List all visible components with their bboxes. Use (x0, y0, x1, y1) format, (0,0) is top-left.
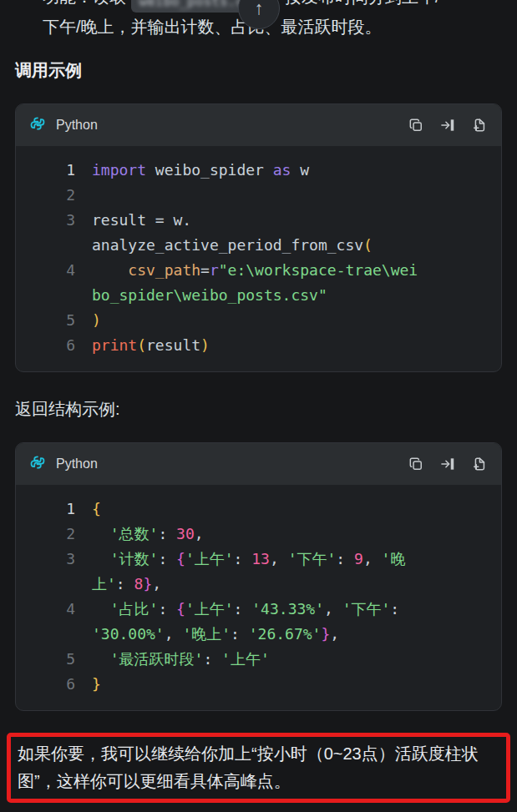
code-block-return-example: Python 1{2 '总数': 30,3 '计数': {'上午': 13, '… (15, 442, 502, 711)
line-number: 6 (16, 672, 75, 697)
line-number: 6 (16, 333, 75, 358)
line-number: 1 (16, 158, 75, 183)
code-line: 4 '占比': {'上午': '43.33%', '下午': '30.00%',… (16, 597, 501, 647)
code-language-label: Python (56, 118, 98, 133)
code-line: 2 '总数': 30, (16, 522, 501, 547)
new-file-icon[interactable] (471, 117, 488, 134)
python-logo-icon (29, 115, 46, 135)
intro-text-suffix: ，按发布时间分到上午/ (268, 0, 440, 6)
code-line: 2 (16, 183, 501, 208)
code-line-content (75, 183, 501, 208)
insert-code-icon[interactable] (439, 117, 456, 134)
code-line-content: '计数': {'上午': 13, '下午': 9, '晚 上': 8}, (75, 547, 501, 597)
section-title-return-example: 返回结构示例: (15, 397, 502, 421)
code-line-content: { (75, 497, 501, 522)
code-line: 1{ (16, 497, 501, 522)
code-line-content: import weibo_spider as w (75, 158, 501, 183)
code-block-header: Python (16, 104, 501, 146)
line-number: 4 (16, 258, 75, 308)
code-line: 1import weibo_spider as w (16, 158, 501, 183)
new-file-icon[interactable] (471, 456, 488, 472)
copy-icon[interactable] (408, 456, 424, 472)
code-line-content: } (75, 672, 501, 697)
code-line-content: '占比': {'上午': '43.33%', '下午': '30.00%', '… (75, 597, 501, 647)
code-line-content: print(result) (75, 333, 501, 358)
code-line: 4 csv_path=r"e:\workspace-trae\wei bo_sp… (16, 258, 501, 308)
line-number: 3 (16, 208, 75, 258)
code-language-label: Python (56, 456, 98, 472)
line-number: 2 (16, 183, 75, 208)
code-line: 3result = w. analyze_active_period_from_… (16, 208, 501, 258)
code-line: 5) (16, 308, 501, 333)
arrow-up-icon: ↑ (255, 0, 264, 19)
code-toolbar (408, 117, 488, 134)
section-title-call-example: 调用示例 (15, 58, 502, 82)
code-line-content: '总数': 30, (75, 522, 501, 547)
code-editor-content: 1import weibo_spider as w23result = w. a… (16, 146, 501, 371)
line-number: 4 (16, 597, 75, 647)
line-number: 1 (16, 497, 75, 522)
line-number: 2 (16, 522, 75, 547)
line-number: 3 (16, 547, 75, 597)
intro-text-prefix: 功能：读取 (43, 0, 131, 6)
code-block-call-example: Python 1import weibo_spider as w23result… (15, 103, 502, 372)
code-editor-content: 1{2 '总数': 30,3 '计数': {'上午': 13, '下午': 9,… (16, 485, 501, 710)
code-line-content: '最活跃时段': '上午' (75, 647, 501, 672)
code-line-content: result = w. analyze_active_period_from_c… (75, 208, 501, 258)
insert-code-icon[interactable] (439, 456, 456, 472)
line-number: 5 (16, 308, 75, 333)
copy-icon[interactable] (408, 117, 424, 134)
python-logo-icon (29, 454, 46, 474)
code-line: 6} (16, 672, 501, 697)
code-line-content: csv_path=r"e:\workspace-trae\wei bo_spid… (75, 258, 501, 308)
line-number: 5 (16, 647, 75, 672)
code-line: 3 '计数': {'上午': 13, '下午': 9, '晚 上': 8}, (16, 547, 501, 597)
annotation-highlight-box: 如果你要，我可以继续给你加上“按小时（0~23点）活跃度柱状 图”，这样你可以更… (7, 733, 510, 803)
code-block-header: Python (16, 443, 501, 485)
code-line: 5 '最活跃时段': '上午' (16, 647, 501, 672)
chat-message-panel: 功能：读取 weibo_posts.csv，按发布时间分到上午/ 下午/晚上，并… (0, 0, 517, 803)
code-line-content: ) (75, 308, 501, 333)
code-line: 6print(result) (16, 333, 501, 358)
code-toolbar (408, 456, 488, 472)
